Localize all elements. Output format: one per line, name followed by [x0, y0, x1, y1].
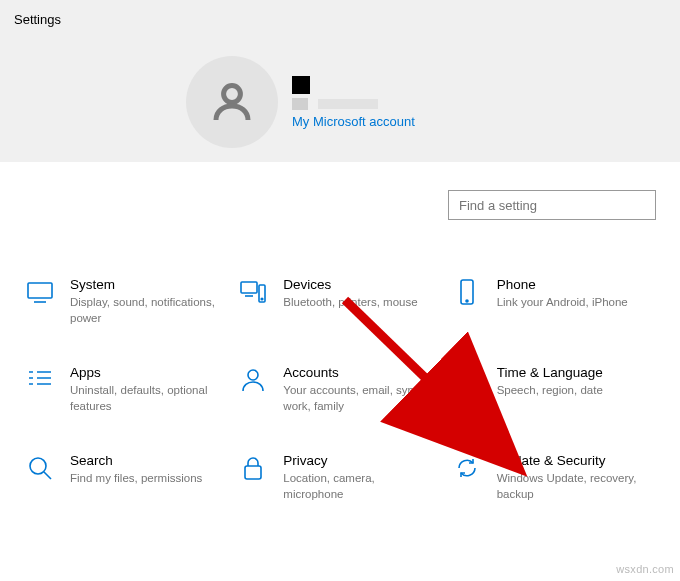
watermark: wsxdn.com	[616, 563, 674, 575]
svg-text:字: 字	[465, 377, 479, 392]
tile-title: Apps	[70, 365, 220, 380]
tile-search[interactable]: Search Find my files, permissions	[24, 452, 229, 502]
update-security-icon	[451, 452, 483, 484]
tile-title: System	[70, 277, 220, 292]
tile-desc: Link your Android, iPhone	[497, 295, 628, 311]
tile-apps[interactable]: Apps Uninstall, defaults, optional featu…	[24, 364, 229, 414]
svg-rect-1	[28, 283, 52, 298]
search-wrap	[24, 162, 656, 230]
apps-icon	[24, 364, 56, 396]
svg-text:A: A	[454, 367, 464, 382]
tile-title: Update & Security	[497, 453, 647, 468]
tile-desc: Display, sound, notifications, power	[70, 295, 220, 326]
tile-desc: Uninstall, defaults, optional features	[70, 383, 220, 414]
settings-tiles: System Display, sound, notifications, po…	[24, 230, 656, 502]
profile-text: My Microsoft account	[292, 76, 415, 129]
tile-desc: Your accounts, email, sync, work, family	[283, 383, 433, 414]
tile-update-security[interactable]: Update & Security Windows Update, recove…	[451, 452, 656, 502]
devices-icon	[237, 276, 269, 308]
tile-desc: Windows Update, recovery, backup	[497, 471, 647, 502]
profile-email-redacted	[292, 98, 415, 110]
tile-desc: Bluetooth, printers, mouse	[283, 295, 417, 311]
svg-point-6	[466, 300, 468, 302]
search-input[interactable]	[448, 190, 656, 220]
tile-title: Phone	[497, 277, 628, 292]
time-language-icon: A字	[451, 364, 483, 396]
svg-point-0	[224, 86, 241, 103]
svg-rect-2	[241, 282, 257, 293]
page-title: Settings	[14, 12, 61, 27]
user-icon	[208, 78, 256, 126]
tile-privacy[interactable]: Privacy Location, camera, microphone	[237, 452, 442, 502]
my-microsoft-account-link[interactable]: My Microsoft account	[292, 114, 415, 129]
tile-phone[interactable]: Phone Link your Android, iPhone	[451, 276, 656, 326]
tile-title: Privacy	[283, 453, 433, 468]
tile-desc: Speech, region, date	[497, 383, 603, 399]
svg-rect-11	[245, 466, 261, 479]
header-region: Settings My Microsoft account	[0, 0, 680, 162]
phone-icon	[451, 276, 483, 308]
search-icon	[24, 452, 56, 484]
tile-accounts[interactable]: Accounts Your accounts, email, sync, wor…	[237, 364, 442, 414]
tile-title: Accounts	[283, 365, 433, 380]
profile-name-redacted	[292, 76, 415, 94]
svg-point-7	[248, 370, 258, 380]
tile-time-language[interactable]: A字 Time & Language Speech, region, date	[451, 364, 656, 414]
profile-area: My Microsoft account	[186, 56, 415, 148]
tile-title: Devices	[283, 277, 417, 292]
avatar	[186, 56, 278, 148]
privacy-icon	[237, 452, 269, 484]
content-region: System Display, sound, notifications, po…	[0, 162, 680, 502]
system-icon	[24, 276, 56, 308]
tile-title: Time & Language	[497, 365, 603, 380]
tile-system[interactable]: System Display, sound, notifications, po…	[24, 276, 229, 326]
svg-point-4	[262, 298, 264, 300]
tile-desc: Find my files, permissions	[70, 471, 202, 487]
tile-desc: Location, camera, microphone	[283, 471, 433, 502]
tile-title: Search	[70, 453, 202, 468]
tile-devices[interactable]: Devices Bluetooth, printers, mouse	[237, 276, 442, 326]
accounts-icon	[237, 364, 269, 396]
svg-point-10	[30, 458, 46, 474]
